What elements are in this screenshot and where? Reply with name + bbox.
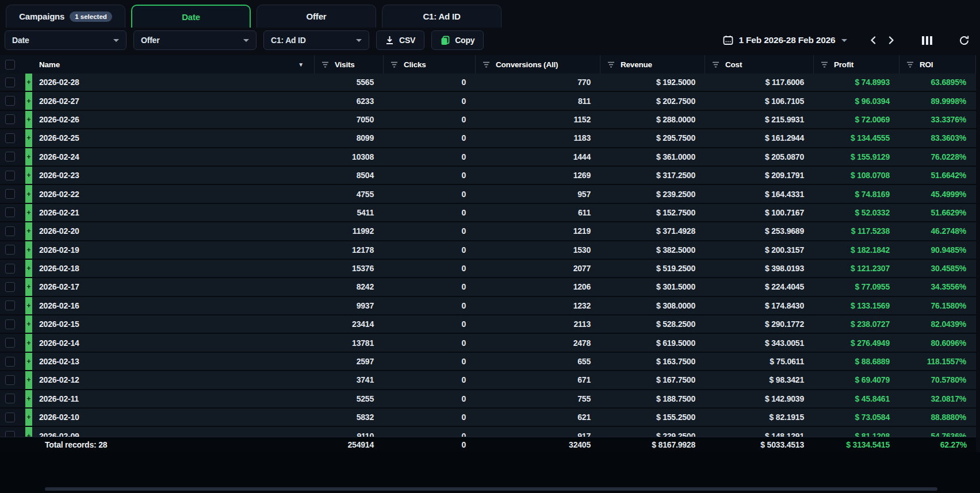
row-checkbox[interactable]	[5, 245, 15, 255]
row-expander[interactable]: +	[25, 334, 32, 351]
chevron-down-icon	[841, 39, 847, 42]
row-conversions: 770	[475, 74, 600, 91]
row-checkbox[interactable]	[5, 282, 15, 292]
row-checkbox[interactable]	[5, 394, 15, 403]
columns-icon[interactable]	[922, 36, 933, 45]
date-grouping-select[interactable]: Date	[5, 30, 127, 50]
row-name[interactable]: 2026-02-10	[32, 409, 314, 426]
row-expander[interactable]: +	[25, 204, 32, 221]
chevron-right-icon[interactable]	[889, 36, 894, 44]
row-name[interactable]: 2026-02-22	[32, 185, 314, 202]
row-expander[interactable]: +	[25, 260, 32, 277]
row-name[interactable]: 2026-02-19	[32, 241, 314, 259]
row-expander[interactable]: +	[25, 390, 32, 407]
row-checkbox[interactable]	[5, 189, 15, 199]
row-checkbox[interactable]	[5, 78, 15, 87]
row-clicks: 0	[383, 315, 475, 333]
row-checkbox[interactable]	[5, 171, 15, 180]
row-name[interactable]: 2026-02-12	[32, 371, 314, 388]
row-name[interactable]: 2026-02-09	[32, 427, 314, 437]
chevron-left-icon[interactable]	[870, 36, 876, 44]
tab-c1-ad-id[interactable]: C1: Ad ID	[382, 5, 502, 28]
row-checkbox[interactable]	[5, 338, 15, 348]
row-checkbox[interactable]	[5, 301, 15, 310]
horizontal-scrollbar[interactable]	[45, 487, 937, 491]
row-checkbox[interactable]	[5, 375, 15, 385]
copy-button[interactable]: Copy	[431, 30, 484, 50]
column-header-clicks[interactable]: Clicks	[383, 55, 475, 74]
row-expander[interactable]: +	[25, 353, 32, 370]
row-name[interactable]: 2026-02-27	[32, 92, 314, 109]
row-checkbox-cell	[0, 297, 25, 314]
row-checkbox[interactable]	[5, 114, 15, 124]
row-clicks: 0	[383, 129, 475, 147]
row-checkbox[interactable]	[5, 357, 15, 367]
row-roi: 76.1580%	[899, 297, 976, 314]
row-checkbox[interactable]	[5, 96, 15, 106]
column-header-revenue[interactable]: Revenue	[600, 55, 705, 74]
row-checkbox[interactable]	[5, 152, 15, 161]
row-revenue: $ 371.4928	[600, 222, 705, 240]
row-name[interactable]: 2026-02-16	[32, 297, 314, 314]
row-expander[interactable]: +	[25, 241, 32, 259]
row-revenue: $ 229.2500	[600, 427, 705, 437]
row-expander[interactable]: +	[25, 111, 32, 128]
ad-id-grouping-select[interactable]: C1: Ad ID	[263, 30, 369, 50]
row-name[interactable]: 2026-02-13	[32, 353, 314, 370]
row-expander[interactable]: +	[25, 371, 32, 388]
row-checkbox[interactable]	[5, 133, 15, 143]
row-name[interactable]: 2026-02-24	[32, 148, 314, 165]
row-checkbox[interactable]	[5, 226, 15, 236]
row-name[interactable]: 2026-02-23	[32, 167, 314, 184]
row-conversions: 671	[475, 371, 600, 388]
row-expander[interactable]: +	[25, 92, 32, 109]
row-checkbox[interactable]	[5, 413, 15, 422]
row-name[interactable]: 2026-02-28	[32, 74, 314, 91]
row-name[interactable]: 2026-02-20	[32, 222, 314, 240]
row-name[interactable]: 2026-02-25	[32, 129, 314, 147]
row-expander[interactable]: +	[25, 297, 32, 314]
row-name[interactable]: 2026-02-17	[32, 278, 314, 295]
row-checkbox[interactable]	[5, 264, 15, 274]
row-expander[interactable]: +	[25, 148, 32, 165]
row-checkbox[interactable]	[5, 207, 15, 217]
row-expander[interactable]: +	[25, 427, 32, 437]
tab-campaigns[interactable]: Campaigns 1 selected	[6, 5, 125, 28]
row-expander[interactable]: +	[25, 409, 32, 426]
export-csv-button[interactable]: CSV	[376, 30, 424, 50]
row-checkbox[interactable]	[5, 319, 15, 329]
select-all-checkbox[interactable]	[5, 60, 15, 70]
total-visits: 254914	[314, 440, 383, 449]
row-checkbox-cell	[0, 278, 25, 295]
column-header-conversions[interactable]: Conversions (All)	[475, 55, 600, 74]
row-expander[interactable]: +	[25, 167, 32, 184]
row-expander[interactable]: +	[25, 185, 32, 202]
column-header-roi[interactable]: ROI	[899, 55, 976, 74]
column-header-cost[interactable]: Cost	[705, 55, 813, 74]
date-grouping-select-value: Date	[12, 36, 29, 45]
row-name[interactable]: 2026-02-14	[32, 334, 314, 351]
row-name[interactable]: 2026-02-15	[32, 315, 314, 333]
tab-date[interactable]: Date	[131, 5, 251, 28]
date-range-picker[interactable]: 1 Feb 2026-28 Feb 2026	[723, 35, 847, 45]
refresh-icon[interactable]	[959, 35, 970, 46]
column-header-visits[interactable]: Visits	[314, 55, 383, 74]
row-name[interactable]: 2026-02-11	[32, 390, 314, 407]
column-header-profit[interactable]: Profit	[813, 55, 899, 74]
column-header-name[interactable]: Name ▼	[32, 55, 314, 74]
row-name[interactable]: 2026-02-26	[32, 111, 314, 128]
row-expander[interactable]: +	[25, 74, 32, 91]
row-checkbox[interactable]	[5, 431, 15, 437]
row-expander[interactable]: +	[25, 315, 32, 333]
offer-grouping-select[interactable]: Offer	[133, 30, 257, 50]
row-name[interactable]: 2026-02-18	[32, 260, 314, 277]
row-expander[interactable]: +	[25, 222, 32, 240]
row-name[interactable]: 2026-02-21	[32, 204, 314, 221]
row-visits: 8504	[314, 167, 383, 184]
row-expander[interactable]: +	[25, 278, 32, 295]
row-checkbox-cell	[0, 148, 25, 165]
tab-offer[interactable]: Offer	[257, 5, 376, 28]
sort-desc-icon[interactable]: ▼	[298, 61, 304, 68]
row-roi: 90.9485%	[899, 241, 976, 259]
row-expander[interactable]: +	[25, 129, 32, 147]
